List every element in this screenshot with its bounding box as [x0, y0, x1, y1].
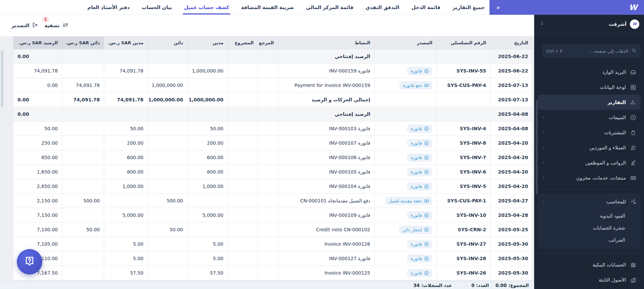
table-row-entry[interactable]: 2025-04-20SYS-INV-6Sفاتورةفاتورة INV-000… — [13, 165, 532, 179]
table-row-entry[interactable]: 2025-06-22SYS-INV-55Sفاتورةفاتورة INV-00… — [13, 64, 532, 78]
cell-date: 2025-04-20 — [490, 136, 532, 150]
source-type-badge[interactable]: دفع فاتورة — [399, 81, 432, 90]
cell-debit_sar — [104, 223, 148, 237]
search-placeholder: الذهاب إلى صفحة... — [565, 48, 628, 54]
column-header-11[interactable]: الرصيد SAR ر.س. — [13, 37, 62, 49]
sidebar-item-customers[interactable]: العملاء و الموردين — [538, 140, 641, 155]
cell-debit_sar: 1,000.00 — [104, 179, 148, 194]
table-row-opening[interactable]: 2025-04-08الرصيد إفتتاحي0.00 — [13, 107, 532, 122]
cell-project — [228, 266, 258, 280]
cell-activity: دفع العميل مقدماتجاه CN-000101 — [278, 194, 375, 208]
table-row-entry[interactable]: 2025-04-20SYS-INV-7Sفاتورةفاتورة INV-000… — [13, 150, 532, 165]
sidebar-item-bank[interactable]: الحسابات البنكية — [538, 257, 641, 272]
column-header-3[interactable]: المصدر — [375, 37, 437, 49]
help-button[interactable] — [17, 249, 42, 275]
sidebar-item-dashboard[interactable]: لوحة البيانات — [538, 80, 641, 95]
cell-credit_sar: 500.00 — [62, 194, 104, 208]
source-type-badge[interactable]: Sفاتورة — [407, 168, 432, 176]
sidebar-item-sales[interactable]: Sالمبيعات — [538, 110, 641, 125]
tab-5[interactable]: ضريبة القيمة المضافة — [241, 0, 294, 14]
source-type-badge[interactable]: Sفاتورة — [407, 67, 432, 75]
sidebar: W أشرقت الذهاب إلى صفحة... Ctrl + P البر… — [534, 15, 644, 289]
source-type-label: فاتورة — [411, 271, 422, 275]
sidebar-subitem[interactable]: الضرائب — [538, 234, 641, 246]
cell-serial: SYS-INV-27 — [437, 237, 490, 251]
table-row-entry[interactable]: 2025-04-20SYS-INV-5Sفاتورةفاتورة INV-000… — [13, 179, 532, 194]
cell-debit_sar: 5.00 — [104, 237, 148, 251]
sidebar-scrollbar[interactable] — [536, 100, 538, 194]
column-header-1[interactable]: التاريخ — [490, 37, 532, 49]
column-header-9[interactable]: مدين SAR ر.س. — [104, 37, 148, 49]
source-type-badge[interactable]: Sفاتورة — [407, 139, 432, 147]
table-scrollbar[interactable] — [1, 50, 3, 107]
sidebar-subitem[interactable]: القيود اليدوية — [538, 210, 641, 222]
column-header-5[interactable]: المرجع — [258, 37, 278, 49]
column-header-8[interactable]: دائن — [148, 37, 187, 49]
source-type-badge[interactable]: Sفاتورة — [407, 254, 432, 263]
cell-project — [228, 251, 258, 266]
tab-1[interactable]: جميع التقارير — [453, 0, 485, 14]
table-row-entry[interactable]: 2025-05-30SYS-INV-27SفاتورةInvoice INV-0… — [13, 237, 532, 251]
sidebar-item-assets[interactable]: الأصول الثابتة — [538, 272, 641, 287]
sidebar-item-label: للمحاسب — [550, 199, 626, 204]
table-row-opening[interactable]: 2025-06-22الرصيد إفتتاحي0.00 — [13, 49, 532, 64]
column-header-2[interactable]: الرقم التسلسلي — [437, 37, 490, 49]
cell-source: دفعة مقدمة لعميل — [375, 194, 437, 208]
source-type-badge[interactable]: Sفاتورة — [407, 182, 432, 191]
sidebar-item-accountant[interactable]: للمحاسب — [538, 194, 641, 210]
source-type-badge[interactable]: Sفاتورة — [407, 153, 432, 162]
table-row-entry[interactable]: 2025-05-30SYS-INV-26SفاتورةInvoice INV-0… — [13, 266, 532, 280]
table-row-total[interactable]: 2025-07-13إجمالي الحركات و الرصيد1,000,0… — [13, 93, 532, 107]
table-row-entry[interactable]: 2025-05-25SYS-CRN-2Sإشعار دائنCredit not… — [13, 223, 532, 237]
source-type-badge[interactable]: Sفاتورة — [407, 240, 432, 248]
cell-debit: 50.00 — [187, 122, 228, 136]
tab-8[interactable]: دفتر الأستاذ العام — [87, 0, 129, 14]
tab-6-active[interactable]: كشف حساب عميل — [184, 0, 229, 14]
sidebar-item-products[interactable]: منتجات، خدمات، مخزون — [538, 170, 641, 185]
cell-serial: SYS-INV-7 — [437, 150, 490, 165]
tab-2[interactable]: قائمة الدخل — [412, 0, 440, 14]
cell-source: Sفاتورة — [375, 150, 437, 165]
cell-ref — [258, 165, 278, 179]
table-row-entry[interactable]: 2025-04-28SYS-INV-10Sفاتورةفاتورة INV-00… — [13, 208, 532, 223]
footer-count: العدد:0 — [471, 283, 489, 288]
table-row-entry[interactable]: 2025-04-27SYS-CUS-PAY-1دفعة مقدمة لعميلد… — [13, 194, 532, 208]
sidebar-item-reports[interactable]: التقارير — [538, 95, 641, 110]
source-type-badge[interactable]: Sفاتورة — [407, 269, 432, 277]
cell-source: Sفاتورة — [375, 208, 437, 223]
table-body: 2025-06-22الرصيد إفتتاحي0.002025-06-22SY… — [13, 49, 532, 280]
source-type-badge[interactable]: Sإشعار دائن — [399, 226, 432, 234]
filter-button[interactable]: 1 تصفية — [44, 22, 69, 29]
cell-credit — [148, 122, 187, 136]
workspace-switcher[interactable]: W أشرقت — [534, 15, 644, 34]
table-row-entry[interactable]: 2025-05-30SYS-INV-28Sفاتورةفاتورة INV-00… — [13, 251, 532, 266]
source-type-badge[interactable]: Sفاتورة — [407, 211, 432, 220]
coin-icon: S — [424, 227, 429, 232]
sidebar-item-purchases[interactable]: المشتريات — [538, 125, 641, 140]
table-row-entry[interactable]: 2025-04-20SYS-INV-8Sفاتورةفاتورة INV-000… — [13, 136, 532, 150]
workspace-name: أشرقت — [548, 21, 627, 27]
source-type-badge[interactable]: دفعة مقدمة لعميل — [385, 197, 432, 205]
tab-3[interactable]: التدفق النقدي — [366, 0, 399, 14]
cell-activity: فاتورة INV-000105 — [278, 165, 375, 179]
column-header-4[interactable]: النشاط — [278, 37, 375, 49]
column-header-10[interactable]: دائن SAR ر.س. — [62, 37, 104, 49]
sidebar-subitem[interactable]: شجرة الحسابات — [538, 222, 641, 234]
export-button[interactable]: التصدير — [11, 22, 38, 29]
source-type-badge[interactable]: Sفاتورة — [407, 125, 432, 133]
table-row-entry[interactable]: 2025-04-08SYS-INV-4Sفاتورةفاتورة INV-000… — [13, 122, 532, 136]
search-shortcut: Ctrl + P — [546, 49, 562, 54]
sidebar-item-payroll[interactable]: $الرواتب و الموظفين — [538, 155, 641, 170]
tab-7[interactable]: بيان الحساب — [142, 0, 172, 14]
cell-balance: 2,650.00 — [13, 179, 62, 194]
cell-credit: 1,000,000.00 — [148, 78, 187, 93]
cell-debit — [187, 49, 228, 64]
go-to-page-search[interactable]: الذهاب إلى صفحة... Ctrl + P — [542, 44, 641, 58]
column-header-6[interactable]: المشروع — [228, 37, 258, 49]
cell-debit_sar: 200.00 — [104, 136, 148, 150]
table-row-entry[interactable]: 2025-07-13SYS-CUS-PAY-4دفع فاتورةPayment… — [13, 78, 532, 93]
tab-4[interactable]: قائمة المركز المالي — [306, 0, 353, 14]
collapse-sidebar-icon[interactable]: » — [496, 4, 500, 11]
column-header-7[interactable]: مدين — [187, 37, 228, 49]
sidebar-item-inbox[interactable]: البريد الوارد — [538, 64, 641, 80]
